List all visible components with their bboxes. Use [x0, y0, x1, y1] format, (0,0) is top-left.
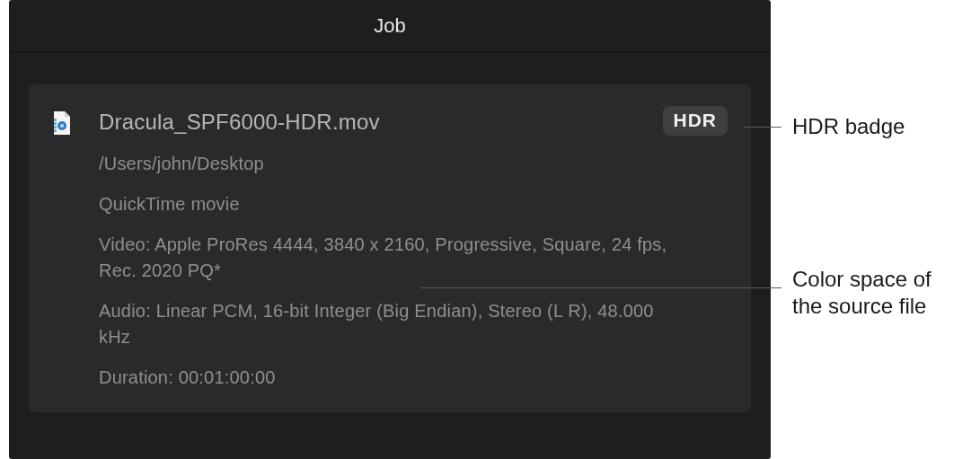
callout-text: Color space of — [792, 266, 931, 293]
job-filename: Dracula_SPF6000-HDR.mov — [99, 110, 728, 135]
job-video-info: Video: Apple ProRes 4444, 3840 x 2160, P… — [99, 232, 674, 284]
callout-line — [420, 287, 781, 288]
svg-rect-0 — [54, 119, 57, 121]
job-container: QuickTime movie — [99, 191, 674, 217]
job-audio-info: Audio: Linear PCM, 16-bit Integer (Big E… — [99, 298, 674, 350]
callout-line — [744, 127, 781, 128]
svg-rect-1 — [54, 122, 57, 125]
callout-colorspace: Color space of the source file — [792, 266, 931, 320]
job-path: /Users/john/Desktop — [99, 151, 674, 177]
hdr-badge: HDR — [663, 106, 728, 136]
movie-file-icon — [52, 111, 70, 135]
svg-rect-2 — [54, 126, 57, 128]
job-body: Dracula_SPF6000-HDR.mov /Users/john/Desk… — [99, 110, 728, 391]
callout-hdr-badge: HDR badge — [792, 113, 905, 140]
panel-title: Job — [374, 14, 405, 38]
svg-point-5 — [60, 124, 64, 128]
callout-text: the source file — [792, 293, 931, 320]
svg-rect-3 — [54, 129, 57, 132]
job-duration: Duration: 00:01:00:00 — [99, 365, 674, 391]
job-panel: Job HDR Dracula_SPF6000-HDR.mov /Users/ — [9, 0, 771, 459]
job-card: HDR Dracula_SPF6000-HDR.mov /Users/john/… — [29, 84, 751, 412]
panel-header: Job — [9, 0, 771, 52]
callout-text: HDR badge — [792, 114, 905, 138]
job-row: Dracula_SPF6000-HDR.mov /Users/john/Desk… — [52, 110, 728, 391]
